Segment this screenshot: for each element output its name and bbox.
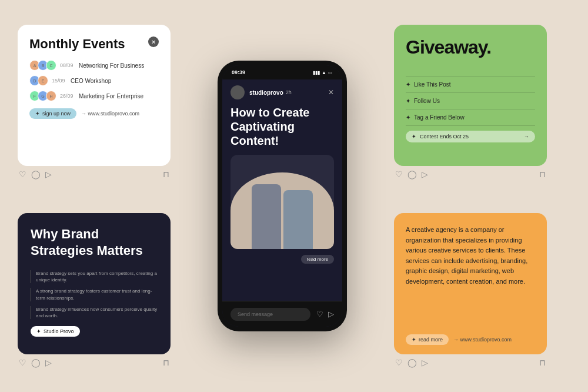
- people-illustration: [252, 184, 313, 249]
- phone-outer: 09:39 ▮▮▮ ▲ ▭ studioprovo 2h ✕: [218, 61, 347, 331]
- heart-icon[interactable]: ♡: [316, 310, 323, 318]
- event-name: Networking For Business: [79, 62, 144, 69]
- event-name: Marketing For Enterprise: [79, 93, 143, 99]
- share-icon[interactable]: ▷: [422, 358, 428, 367]
- social-actions-row: ♡ ◯ ▷ ⊓: [18, 166, 171, 179]
- comment-icon[interactable]: ◯: [407, 170, 417, 179]
- heart-icon[interactable]: ♡: [395, 170, 403, 179]
- close-icon[interactable]: ✕: [328, 88, 334, 97]
- brand-footer: ✦ Studio Provo: [31, 326, 158, 337]
- bookmark-icon[interactable]: ⊓: [539, 170, 546, 179]
- event-date: 26/09: [60, 93, 76, 99]
- message-bar: ♡ ▷: [222, 301, 342, 327]
- read-more-area: read more: [230, 255, 334, 264]
- heart-icon[interactable]: ♡: [19, 170, 26, 179]
- giveaway-item: ✦ Tag a Friend Below: [406, 109, 535, 126]
- main-layout: Monthly Events ✕ ABC 08/09 Networking Fo…: [12, 14, 576, 378]
- monthly-events-card-wrapper: Monthly Events ✕ ABC 08/09 Networking Fo…: [18, 25, 171, 179]
- comment-icon[interactable]: ◯: [407, 358, 417, 367]
- card-header: Monthly Events ✕: [29, 36, 159, 52]
- action-icons: ♡ ▷: [316, 310, 334, 318]
- event-item: FGH 26/09 Marketing For Enterprise: [29, 91, 159, 101]
- share-icon[interactable]: ▷: [45, 358, 52, 367]
- send-message-input[interactable]: [230, 308, 310, 321]
- event-name: CEO Workshop: [71, 78, 111, 84]
- giveaway-item-label: Follow Us: [414, 98, 440, 104]
- website-link: → www.studioprovo.com: [81, 111, 139, 117]
- agency-card: A creative agency is a company or organi…: [394, 213, 547, 354]
- brand-card-wrapper: Why Brand Strategies Matters Brand strat…: [18, 213, 171, 367]
- phone-status-icons: ▮▮▮ ▲ ▭: [313, 70, 333, 75]
- heart-icon[interactable]: ♡: [19, 358, 26, 367]
- person-two: [283, 190, 313, 249]
- read-more-button[interactable]: read more: [301, 255, 334, 264]
- brand-title: Why Brand Strategies Matters: [31, 226, 158, 258]
- event-date: 15/09: [52, 78, 68, 84]
- event-item: DE 15/09 CEO Workshop: [29, 75, 159, 86]
- brand-bullet: Brand strategy sets you apart from compe…: [31, 270, 158, 283]
- agency-card-wrapper: A creative agency is a company or organi…: [394, 213, 547, 367]
- comment-icon[interactable]: ◯: [31, 358, 41, 367]
- giveaway-list: ✦ Like This Post ✦ Follow Us ✦ Tag a Fri…: [406, 76, 535, 126]
- giveaway-title: Giveaway.: [406, 36, 535, 58]
- event-date: 08/09: [60, 62, 76, 68]
- giveaway-item-label: Tag a Friend Below: [414, 114, 465, 121]
- share-icon[interactable]: ▷: [422, 170, 428, 179]
- brand-card: Why Brand Strategies Matters Brand strat…: [18, 213, 171, 354]
- phone-screen: 09:39 ▮▮▮ ▲ ▭ studioprovo 2h ✕: [222, 65, 342, 327]
- website-link: → www.studioprovo.com: [453, 337, 512, 343]
- bookmark-icon[interactable]: ⊓: [539, 358, 546, 367]
- contest-end-label: Contest Ends Oct 25: [420, 134, 469, 139]
- phone-mockup: 09:39 ▮▮▮ ▲ ▭ studioprovo 2h ✕: [218, 61, 347, 331]
- event-list: ABC 08/09 Networking For Business DE 15/…: [29, 60, 159, 101]
- monthly-events-title: Monthly Events: [29, 36, 125, 52]
- post-title: How to Create Captivating Content!: [230, 105, 334, 148]
- person-one: [252, 184, 281, 249]
- close-button[interactable]: ✕: [148, 36, 159, 47]
- giveaway-item: ✦ Like This Post: [406, 76, 535, 92]
- social-actions-row: ♡ ◯ ▷ ⊓: [394, 166, 547, 179]
- phone-time: 09:39: [232, 69, 245, 75]
- brand-bullets: Brand strategy sets you apart from compe…: [31, 270, 158, 319]
- giveaway-card-wrapper: Giveaway. ✦ Like This Post ✦ Follow Us ✦…: [394, 25, 547, 179]
- contest-arrow-icon: →: [524, 134, 529, 139]
- contest-bar: ✦ Contest Ends Oct 25 →: [406, 131, 535, 142]
- studio-button[interactable]: ✦ Studio Provo: [31, 326, 80, 337]
- brand-bullet: Brand strategy influences how consumers …: [31, 306, 158, 319]
- battery-icon: ▭: [328, 70, 333, 75]
- studio-label: Studio Provo: [44, 328, 74, 334]
- phone-container: 09:39 ▮▮▮ ▲ ▭ studioprovo 2h ✕: [218, 61, 347, 331]
- phone-post-content: studioprovo 2h ✕ How to Create Captivati…: [222, 79, 342, 301]
- comment-icon[interactable]: ◯: [31, 170, 41, 179]
- signal-icon: ▮▮▮: [313, 70, 320, 75]
- send-icon[interactable]: ▷: [328, 310, 334, 318]
- username: studioprovo: [249, 89, 283, 96]
- status-bar: 09:39 ▮▮▮ ▲ ▭: [222, 65, 342, 79]
- event-item: ABC 08/09 Networking For Business: [29, 60, 159, 71]
- agency-body: A creative agency is a company or organi…: [406, 225, 535, 287]
- wifi-icon: ▲: [322, 70, 326, 75]
- avatar: [230, 85, 245, 99]
- brand-bullet: A strong brand strategy fosters customer…: [31, 288, 158, 301]
- readmore-button[interactable]: ✦ read more: [406, 334, 449, 345]
- post-header: studioprovo 2h ✕: [230, 85, 334, 99]
- giveaway-card: Giveaway. ✦ Like This Post ✦ Follow Us ✦…: [394, 25, 547, 166]
- social-actions-row: ♡ ◯ ▷ ⊓: [18, 354, 171, 367]
- heart-icon[interactable]: ♡: [395, 358, 403, 367]
- share-icon[interactable]: ▷: [45, 170, 52, 179]
- post-image: [230, 155, 334, 249]
- giveaway-item: ✦ Follow Us: [406, 92, 535, 109]
- bookmark-icon[interactable]: ⊓: [163, 170, 169, 179]
- signup-button[interactable]: ✦ sign up now: [29, 108, 76, 119]
- readmore-label: read more: [419, 337, 443, 343]
- social-actions-row: ♡ ◯ ▷ ⊓: [394, 354, 547, 367]
- time-ago: 2h: [286, 89, 292, 95]
- monthly-events-card: Monthly Events ✕ ABC 08/09 Networking Fo…: [18, 25, 171, 166]
- signup-label: sign up now: [42, 111, 71, 117]
- giveaway-item-label: Like This Post: [414, 81, 451, 88]
- bookmark-icon[interactable]: ⊓: [163, 358, 169, 367]
- card-footer: ✦ sign up now → www.studioprovo.com: [29, 108, 159, 119]
- agency-footer: ✦ read more → www.studioprovo.com: [406, 334, 535, 345]
